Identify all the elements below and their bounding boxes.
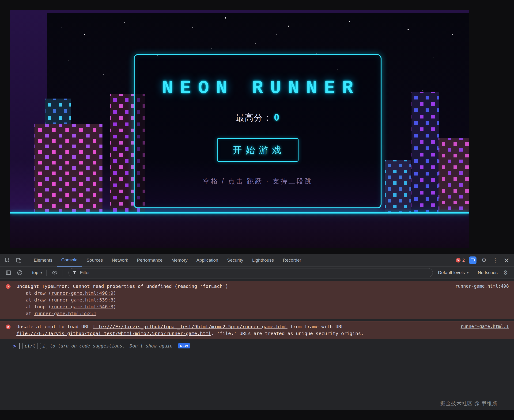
divider (28, 270, 28, 276)
console-toolbar: top ▾ Default levels ▾ No Issues ⚙ (0, 267, 514, 279)
log-levels-dropdown[interactable]: Default levels ▾ (436, 270, 471, 275)
game-menu-panel: NEON RUNNER 最高分：0 开始游戏 空格 / 点击 跳跃 · 支持二段… (134, 54, 382, 208)
screenshot-root: NEON RUNNER 最高分：0 开始游戏 空格 / 点击 跳跃 · 支持二段… (0, 0, 514, 420)
tab-recorder[interactable]: Recorder (278, 254, 306, 267)
console-error-counter[interactable]: × 2 (456, 258, 465, 263)
error-text: Uncaught TypeError: Cannot read properti… (16, 283, 449, 317)
game-title: NEON RUNNER (155, 78, 360, 98)
error-icon: × (6, 324, 11, 329)
source-location-link[interactable]: runner-game.html:498 (455, 284, 509, 289)
building (385, 160, 411, 212)
suggestion-hint-text: to turn on code suggestions. (50, 343, 125, 348)
file-url-link[interactable]: file:///E:/Jarvis_github/topai_test/9htm… (16, 330, 211, 336)
i-key-hint: i (40, 343, 47, 349)
console-filter[interactable] (68, 268, 433, 277)
tab-lighthouse[interactable]: Lighthouse (248, 254, 278, 267)
file-url-link[interactable]: file:///E:/Jarvis_github/topai_test/9htm… (93, 324, 287, 330)
tab-security[interactable]: Security (223, 254, 248, 267)
console-messages: × Uncaught TypeError: Cannot read proper… (0, 279, 514, 410)
controls-hint: 空格 / 点击 跳跃 · 支持二段跳 (203, 177, 312, 186)
error-count: 2 (462, 258, 465, 263)
close-devtools-icon[interactable]: × (501, 255, 512, 265)
stack-frame: at loop (runner-game.html:546:3) (16, 303, 449, 310)
log-levels-label: Default levels (438, 270, 465, 275)
error-icon: × (6, 284, 11, 289)
divider (63, 270, 63, 276)
chevron-down-icon: ▾ (40, 270, 42, 275)
settings-gear-icon[interactable]: ⚙ (478, 255, 490, 265)
devtools-extension-icon[interactable] (469, 256, 477, 264)
context-selector[interactable]: top ▾ (30, 270, 44, 275)
console-sidebar-icon[interactable] (3, 268, 14, 278)
live-expression-eye-icon[interactable] (49, 268, 60, 278)
stack-link[interactable]: runner-game.html:539:3 (51, 297, 113, 303)
devtools-tabbar: Elements Console Sources Network Perform… (0, 254, 514, 267)
building (411, 92, 439, 212)
devtools-panel: Elements Console Sources Network Perform… (0, 254, 514, 410)
console-error-message: × Uncaught TypeError: Cannot read proper… (0, 281, 514, 319)
error-icon: × (456, 258, 461, 262)
error-message-line: Unsafe attempt to load URL file:///E:/Ja… (16, 323, 455, 337)
high-score: 最高分：0 (235, 112, 279, 124)
stack-link[interactable]: runner-game.html:498:9 (51, 290, 113, 296)
filter-funnel-icon (72, 270, 77, 275)
tab-memory[interactable]: Memory (167, 254, 192, 267)
stack-frame: at draw (runner-game.html:498:9) (16, 290, 449, 297)
console-error-message: × Unsafe attempt to load URL file:///E:/… (0, 321, 514, 339)
issues-counter[interactable]: No Issues (476, 270, 500, 275)
divider (46, 270, 47, 276)
filter-input[interactable] (80, 270, 429, 276)
starfield (47, 13, 47, 13)
high-score-value: 0 (274, 112, 279, 122)
ground-line (10, 212, 469, 214)
tab-network[interactable]: Network (107, 254, 133, 267)
tab-performance[interactable]: Performance (132, 254, 167, 267)
tab-elements[interactable]: Elements (29, 254, 57, 267)
source-location-link[interactable]: runner-game.html:1 (461, 324, 509, 329)
ctrl-key-hint: ctrl (22, 343, 38, 349)
console-settings-gear-icon[interactable]: ⚙ (500, 268, 511, 278)
tab-application[interactable]: Application (192, 254, 223, 267)
tab-sources[interactable]: Sources (82, 254, 107, 267)
game-page: NEON RUNNER 最高分：0 开始游戏 空格 / 点击 跳跃 · 支持二段… (10, 10, 469, 248)
tab-console[interactable]: Console (57, 254, 82, 267)
chevron-down-icon: ▾ (467, 270, 469, 275)
building (439, 138, 469, 212)
more-options-icon[interactable]: ⋮ (490, 255, 501, 265)
stack-link[interactable]: runner-game.html:546:3 (51, 304, 113, 309)
stack-frame: at runner-game.html:552:1 (16, 310, 449, 317)
building (35, 124, 103, 212)
stack-link[interactable]: runner-game.html:552:1 (34, 311, 96, 316)
divider (27, 257, 27, 263)
error-message-line: Uncaught TypeError: Cannot read properti… (16, 283, 449, 290)
prompt-chevron-icon: > (13, 343, 16, 349)
clear-console-icon[interactable] (14, 268, 25, 278)
dont-show-again-link[interactable]: Don't show again (130, 343, 173, 348)
context-label: top (32, 270, 38, 275)
text-cursor (20, 343, 20, 349)
start-game-button[interactable]: 开始游戏 (217, 138, 299, 162)
device-toolbar-icon[interactable] (13, 255, 24, 265)
error-gutter: × (0, 323, 16, 329)
error-gutter: × (0, 283, 16, 289)
new-badge: NEW (178, 343, 190, 348)
divider (473, 270, 473, 276)
console-prompt[interactable]: > ctrl i to turn on code suggestions. Do… (0, 339, 514, 349)
error-text: Unsafe attempt to load URL file:///E:/Ja… (16, 323, 455, 337)
ground-area (10, 214, 469, 248)
inspect-element-icon[interactable] (2, 255, 13, 265)
high-score-label: 最高分： (235, 113, 272, 122)
stack-frame: at draw (runner-game.html:539:3) (16, 297, 449, 303)
watermark: 掘金技术社区 @ 甲维斯 (440, 400, 498, 407)
